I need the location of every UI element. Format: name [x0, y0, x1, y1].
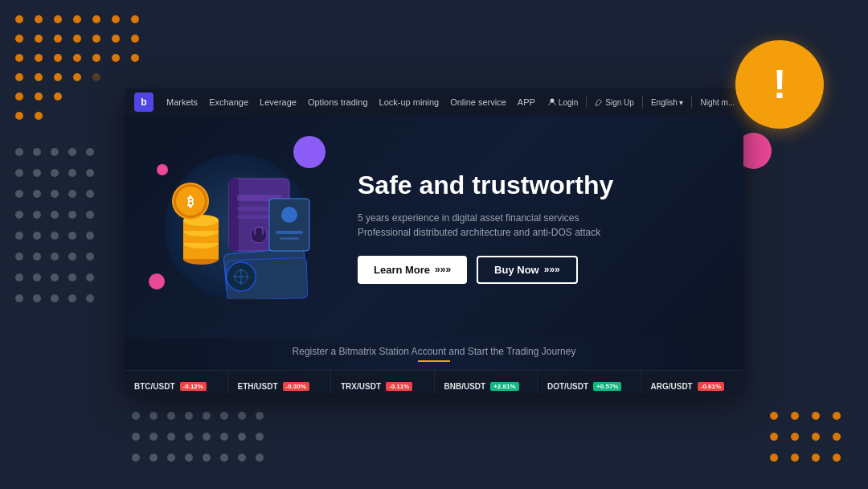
nav-logo: b [134, 92, 154, 112]
hero-buttons: Learn More »»» Buy Now »»» [358, 256, 719, 284]
nav-actions: Login Sign Up English ▾ Night m... [548, 97, 735, 108]
register-text: Register a Bitmatrix Station Account and… [133, 346, 735, 357]
nav-exchange[interactable]: Exchange [209, 97, 248, 107]
nav-app[interactable]: APP [518, 97, 535, 107]
ticker-symbol: ETH/USDT [238, 382, 278, 391]
dot-pattern-bottom-right [767, 409, 844, 465]
ticker-item[interactable]: BNB/USDT +2.81% 585.8900 24H Vol 17897.2… [435, 371, 538, 394]
hero-illustration: ₿ [125, 116, 350, 338]
ticker-change-badge: -0.61% [698, 382, 724, 391]
exclamation-icon: ! [773, 64, 787, 105]
learn-more-arrows: »»» [435, 264, 451, 275]
ticker-price: 63079.9100 [134, 394, 218, 395]
svg-rect-21 [276, 231, 303, 234]
svg-rect-19 [269, 199, 309, 251]
ticker-symbol: TRX/USDT [341, 382, 381, 391]
ticker-item[interactable]: ETH/USDT -0.30% 2551.3900 24H Vol 17019.… [228, 371, 332, 394]
ticker-price: 0.7439 [651, 394, 735, 395]
ticker-symbol: ARG/USDT [651, 382, 693, 391]
signup-button[interactable]: Sign Up [595, 98, 634, 107]
dot-pattern-tl [12, 12, 142, 123]
nav-leverage[interactable]: Leverage [260, 97, 297, 107]
language-selector[interactable]: English ▾ [651, 98, 684, 107]
ticker-change-badge: -0.11% [386, 382, 412, 391]
dot-pattern-bottom-left [129, 409, 264, 465]
hero-title: Safe and trustworthy [358, 170, 719, 200]
nav-links: Markets Exchange Leverage Options tradin… [166, 97, 535, 107]
ticker-price: 585.8900 [444, 394, 528, 395]
svg-rect-12 [229, 179, 239, 251]
ticker-symbol: DOT/USDT [547, 382, 588, 391]
ticker-price: 2551.3900 [238, 394, 321, 395]
night-mode-toggle[interactable]: Night m... [700, 98, 735, 107]
wallet-illustration: ₿ [157, 154, 317, 299]
nav-options[interactable]: Options trading [308, 97, 368, 107]
nav-lockup[interactable]: Lock-up mining [379, 97, 440, 107]
svg-rect-22 [280, 237, 299, 240]
ticker-symbol: BTC/USDT [134, 382, 175, 391]
navbar: b Markets Exchange Leverage Options trad… [125, 88, 743, 116]
svg-text:₿: ₿ [187, 195, 194, 208]
ticker-change-badge: +0.57% [593, 382, 621, 391]
register-section: Register a Bitmatrix Station Account and… [125, 338, 743, 370]
ticker-price: 0.1518 [341, 394, 424, 395]
svg-rect-14 [237, 207, 269, 211]
ticker-symbol: BNB/USDT [444, 382, 486, 391]
buy-now-button[interactable]: Buy Now »»» [477, 256, 578, 284]
ticker-item[interactable]: BTC/USDT -0.12% 63079.9100 24H Vol 1531.… [125, 371, 228, 394]
nav-markets[interactable]: Markets [166, 97, 198, 107]
svg-point-16 [251, 227, 267, 243]
ticker-bar: BTC/USDT -0.12% 63079.9100 24H Vol 1531.… [125, 370, 743, 394]
hero-subtitle-1: 5 years experience in digital asset fina… [358, 212, 719, 224]
ticker-item[interactable]: TRX/USDT -0.11% 0.1518 24H Vol 28621760.… [331, 371, 435, 394]
hero-section: ₿ [125, 116, 743, 338]
hero-content: Safe and trustworthy 5 years experience … [350, 116, 743, 338]
login-button[interactable]: Login [548, 98, 578, 107]
buy-now-label: Buy Now [494, 264, 539, 276]
learn-more-label: Learn More [374, 264, 430, 276]
dot-pattern-left [12, 145, 94, 306]
hero-subtitle-2: Professional distributed architecture an… [358, 227, 719, 238]
ticker-change-badge: +2.81% [490, 382, 518, 391]
ticker-item[interactable]: ARG/USDT -0.61% 0.7439 24H Vol 533161.46… [641, 371, 744, 394]
ticker-change-badge: -0.12% [180, 382, 207, 391]
buy-now-arrows: »»» [544, 264, 560, 275]
ticker-price: 4.3347 [547, 394, 631, 395]
warning-badge: ! [735, 40, 824, 129]
browser-window: b Markets Exchange Leverage Options trad… [125, 88, 743, 394]
svg-point-20 [281, 207, 297, 223]
ticker-change-badge: -0.30% [283, 382, 309, 391]
ticker-item[interactable]: DOT/USDT +0.57% 4.3347 24H Vol 1592938.1… [538, 371, 641, 394]
nav-online[interactable]: Online service [450, 97, 506, 107]
learn-more-button[interactable]: Learn More »»» [358, 256, 467, 284]
